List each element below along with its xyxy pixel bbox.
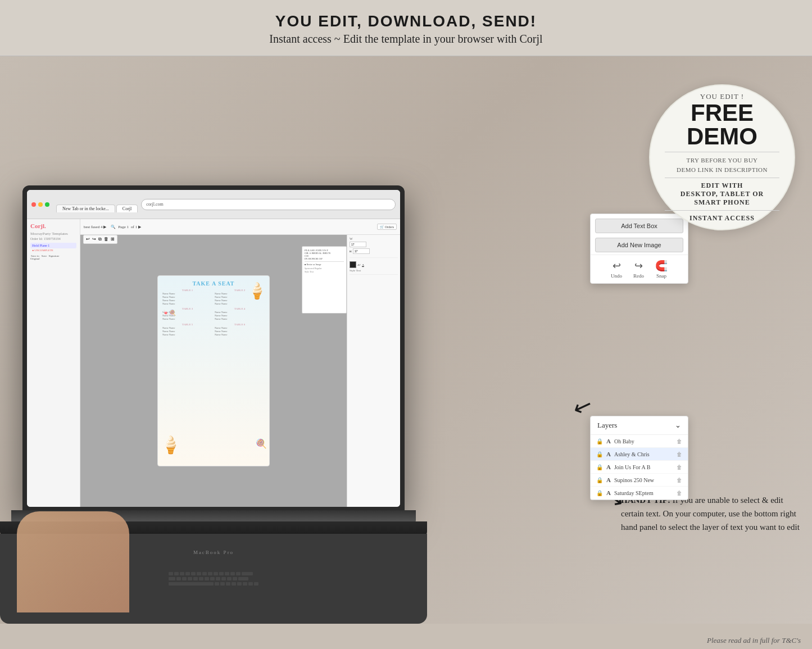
minimize-dot[interactable] bbox=[38, 202, 43, 207]
layer-item-ashleychris[interactable]: 🔒 A Ashley & Chris 🗑 bbox=[591, 448, 688, 461]
demo-try-before: TRY BEFORE YOU BUY bbox=[686, 156, 757, 165]
undo-tool[interactable]: ↩ Undo bbox=[611, 260, 622, 279]
undo-icon[interactable]: ↩ bbox=[86, 237, 90, 242]
layer-delete-1[interactable]: 🗑 bbox=[677, 438, 682, 444]
table-5-group: TABLE 5 Name NameName NameName Name bbox=[162, 323, 212, 337]
lock-icon-3: 🔒 bbox=[596, 464, 603, 470]
copy-icon[interactable]: ⧉ bbox=[98, 237, 102, 242]
table-1-names: Name NameName NameName NameName Name bbox=[162, 292, 212, 305]
layer-delete-5[interactable]: 🗑 bbox=[677, 490, 682, 496]
icecream-decoration: 🍦 bbox=[247, 282, 267, 300]
browser-tab-1[interactable]: New Tab or in the locke... bbox=[56, 205, 115, 212]
hand-image bbox=[17, 511, 129, 612]
maximize-dot[interactable] bbox=[45, 202, 49, 207]
signature-action[interactable]: Signature bbox=[48, 255, 59, 260]
layer-type-2: A bbox=[606, 451, 611, 457]
canvas-content: 🍦 🍬🍭 TAKE A SEAT TABLE 1 Name NameName N… bbox=[80, 235, 347, 507]
delete-icon[interactable]: 🗑 bbox=[104, 237, 108, 242]
demo-link: DEMO LINK IN DESCRIPTION bbox=[677, 165, 768, 175]
macbook-label: MacBook Pro bbox=[193, 550, 234, 555]
demo-divider-1 bbox=[665, 152, 780, 152]
toolbar-zoom: 🔍 Page 1 of 1 ▶ bbox=[111, 225, 141, 229]
edit-tools-bar: ↩ ↪ ⧉ 🗑 ⊞ bbox=[83, 235, 117, 244]
layer-item-joinus[interactable]: 🔒 A Join Us For A B 🗑 bbox=[591, 461, 688, 474]
color-swatch[interactable] bbox=[350, 261, 356, 268]
seating-chart: 🍦 🍬🍭 TAKE A SEAT TABLE 1 Name NameName N… bbox=[157, 275, 270, 466]
add-new-image-button[interactable]: Add New Image bbox=[595, 238, 683, 252]
underline-label: A bbox=[362, 264, 364, 266]
page-fraction: of 1 ▶ bbox=[131, 225, 141, 229]
layer-delete-3[interactable]: 🗑 bbox=[677, 464, 682, 470]
address-text: corjl.com bbox=[146, 202, 163, 207]
corjl-main: best fused 4 ▶ 🔍 Page 1 of 1 ▶ 🛒 Orders bbox=[80, 219, 400, 507]
align-icon: ⊞ bbox=[111, 237, 115, 242]
lock-icon-1: 🔒 bbox=[596, 438, 603, 444]
layer-item-saturday[interactable]: 🔒 A Saturday SEptem 🗑 bbox=[591, 487, 688, 500]
toolbar-best-fused: best fused 4 ▶ bbox=[84, 225, 106, 229]
cone-decoration: 🍦 bbox=[160, 435, 181, 455]
save-to-original[interactable]: Save toOriginal bbox=[30, 255, 40, 260]
layers-title: Layers bbox=[597, 421, 617, 430]
layer-name-1: Oh Baby bbox=[614, 438, 673, 444]
main-area: New Tab or in the locke... Corjl corjl.c… bbox=[0, 56, 812, 624]
canvas-area: ↩ ↪ ⧉ 🗑 ⊞ 🍦 🍬🍭 bbox=[80, 235, 400, 507]
demo-devices: DESKTOP, TABLET OR bbox=[681, 190, 764, 198]
redo-icon[interactable]: ↪ bbox=[92, 237, 96, 242]
layers-header: Layers ⌄ bbox=[591, 416, 688, 435]
page-label: Page 1 bbox=[118, 225, 129, 229]
bottom-bar: Please read ad in full for T&C's bbox=[0, 632, 812, 649]
toolbar-right: 🛒 Orders bbox=[377, 224, 397, 230]
demo-free-text: FREE bbox=[691, 101, 754, 125]
sidebar-actions: Save toOriginal Save Signature bbox=[30, 255, 76, 260]
layer-name-4: Supinos 250 New bbox=[614, 477, 673, 483]
font-size-label: A↑ bbox=[357, 264, 361, 266]
add-text-box-button[interactable]: Add Text Box bbox=[595, 219, 683, 233]
lock-icon-2: 🔒 bbox=[596, 451, 603, 457]
layers-chevron-icon: ⌄ bbox=[675, 421, 681, 430]
layer-type-5: A bbox=[606, 489, 611, 496]
browser-chrome: New Tab or in the locke... Corjl corjl.c… bbox=[27, 190, 400, 219]
corjl-logo: Corjl. bbox=[30, 223, 76, 229]
layer-item-ohhbaby[interactable]: 🔒 A Oh Baby 🗑 bbox=[591, 435, 688, 448]
layers-list: 🔒 A Oh Baby 🗑 🔒 A Ashley & Chris 🗑 🔒 A J… bbox=[591, 435, 688, 500]
snap-tool[interactable]: 🧲 Snap bbox=[655, 260, 668, 279]
corjl-app: Corjl. MocrayParty Templates Order Id: 1… bbox=[27, 219, 400, 507]
height-label: H bbox=[350, 250, 352, 253]
undo-label: Undo bbox=[611, 273, 622, 279]
demo-instant: INSTANT ACCESS bbox=[689, 214, 755, 223]
browser-tab-2[interactable]: Corjl bbox=[116, 205, 138, 212]
table-6-group: TABLE 6 Name NameName NameName Name bbox=[215, 323, 265, 337]
order-id: Order Id: 1509758194 bbox=[30, 237, 76, 240]
sidebar-brand-label: MocrayParty Templates bbox=[30, 232, 76, 236]
layer-delete-2[interactable]: 🗑 bbox=[677, 451, 682, 457]
width-input[interactable] bbox=[350, 242, 366, 247]
save-action[interactable]: Save bbox=[42, 255, 47, 260]
height-input[interactable] bbox=[353, 248, 370, 254]
candy-decoration: 🍬🍭 bbox=[162, 310, 176, 316]
snap-icon: 🧲 bbox=[655, 260, 668, 272]
popup-tools: ↩ Undo ↪ Redo 🧲 Snap bbox=[591, 255, 688, 283]
incomplete-badge: ● UNCOMPLETE bbox=[30, 248, 76, 252]
layer-name-2: Ashley & Chris bbox=[614, 451, 673, 457]
orders-btn[interactable]: 🛒 Orders bbox=[377, 224, 397, 230]
browser-tabs: New Tab or in the locke... Corjl bbox=[56, 197, 138, 212]
redo-tool[interactable]: ↪ Redo bbox=[633, 260, 644, 279]
layer-item-supinos[interactable]: 🔒 A Supinos 250 New 🗑 bbox=[591, 474, 688, 487]
browser-dots bbox=[31, 202, 49, 207]
sidebar-item-1[interactable]: Hold Plane 1 bbox=[30, 243, 76, 248]
address-bar[interactable]: corjl.com bbox=[141, 199, 396, 210]
snap-label: Snap bbox=[656, 273, 666, 279]
close-dot[interactable] bbox=[31, 202, 36, 207]
sub-title: Instant access ~ Edit the template in yo… bbox=[0, 33, 812, 46]
table-6-label: TABLE 6 bbox=[215, 323, 265, 326]
corjl-sidebar: Corjl. MocrayParty Templates Order Id: 1… bbox=[27, 219, 80, 507]
free-demo-circle: YOU EDIT ! FREE DEMO TRY BEFORE YOU BUY … bbox=[649, 84, 795, 230]
layer-delete-4[interactable]: 🗑 bbox=[677, 477, 682, 483]
demo-smartphone: SMART PHONE bbox=[694, 198, 750, 207]
layers-panel: Layers ⌄ 🔒 A Oh Baby 🗑 🔒 A Ashley & Chri… bbox=[590, 416, 688, 500]
layer-type-3: A bbox=[606, 464, 611, 470]
style-text-label: Style Text bbox=[350, 269, 398, 272]
toolbar-page-controls: best fused 4 ▶ bbox=[84, 225, 106, 229]
layer-name-5: Saturday SEptem bbox=[614, 490, 673, 496]
panel-text-section: A↑ A Style Text bbox=[350, 261, 398, 275]
